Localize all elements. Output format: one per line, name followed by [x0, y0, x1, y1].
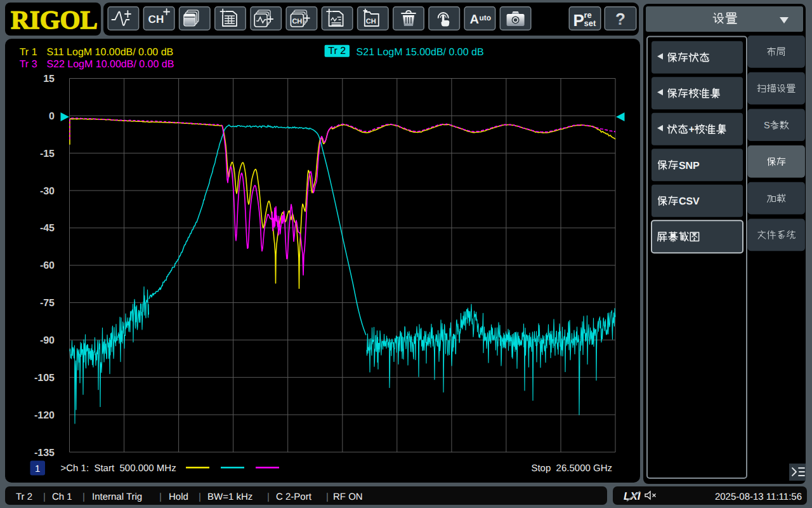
svg-text:CH: CH	[366, 18, 376, 25]
svg-text:Tr 2: Tr 2	[328, 46, 346, 57]
svg-text:|: |	[82, 491, 85, 502]
svg-text:Hold: Hold	[169, 491, 188, 502]
svg-text:CSV: CSV	[679, 196, 700, 207]
svg-text:-45: -45	[40, 223, 55, 234]
svg-text:-75: -75	[40, 298, 55, 309]
svg-text:>Ch 1: Start 500.000 MHz: >Ch 1: Start 500.000 MHz	[61, 463, 176, 474]
svg-text:uto: uto	[479, 13, 491, 22]
svg-text:|: |	[199, 491, 201, 502]
svg-text:-90: -90	[40, 335, 55, 346]
svg-text:2025-08-13 11:11:56: 2025-08-13 11:11:56	[715, 491, 802, 502]
svg-text:-30: -30	[40, 186, 55, 197]
svg-text:|: |	[326, 491, 329, 502]
svg-text:P: P	[573, 11, 584, 30]
svg-text:|: |	[159, 491, 162, 502]
svg-text:-60: -60	[40, 260, 55, 271]
svg-text:|: |	[43, 491, 46, 502]
svg-text:RIGOL: RIGOL	[11, 5, 98, 34]
svg-text:SNP: SNP	[679, 161, 700, 171]
svg-text:Tr 1: Tr 1	[20, 47, 37, 58]
svg-text:+: +	[688, 124, 694, 135]
svg-text:S11 LogM 10.00dB/ 0.00 dB: S11 LogM 10.00dB/ 0.00 dB	[46, 47, 173, 58]
svg-text:-105: -105	[34, 373, 55, 384]
svg-text:?: ?	[615, 10, 625, 29]
svg-text:-135: -135	[34, 448, 55, 458]
svg-text:Tr 3: Tr 3	[20, 59, 37, 70]
svg-text:1: 1	[35, 464, 40, 474]
svg-text:S: S	[764, 121, 770, 131]
svg-text:S22 LogM 10.00dB/ 0.00 dB: S22 LogM 10.00dB/ 0.00 dB	[46, 59, 174, 70]
svg-text:BW=1 kHz: BW=1 kHz	[207, 491, 252, 502]
svg-text:A: A	[469, 13, 478, 27]
svg-text:-120: -120	[34, 410, 55, 421]
svg-text:|: |	[267, 491, 270, 502]
svg-text:Ch 1: Ch 1	[52, 491, 72, 502]
svg-text:set: set	[584, 18, 596, 28]
svg-text:S21 LogM 15.00dB/ 0.00 dB: S21 LogM 15.00dB/ 0.00 dB	[357, 47, 484, 58]
svg-text:CH: CH	[292, 18, 302, 25]
svg-text:15: 15	[43, 74, 55, 84]
svg-text:Stop 26.5000 GHz: Stop 26.5000 GHz	[531, 463, 612, 474]
svg-text:CH: CH	[148, 13, 164, 25]
svg-text:0: 0	[49, 111, 55, 122]
svg-text:C 2-Port: C 2-Port	[276, 491, 312, 502]
svg-text:RF ON: RF ON	[333, 491, 363, 502]
svg-text:Internal Trig: Internal Trig	[92, 491, 142, 502]
svg-text:-15: -15	[40, 149, 55, 159]
svg-text:Tr 2: Tr 2	[16, 491, 32, 502]
